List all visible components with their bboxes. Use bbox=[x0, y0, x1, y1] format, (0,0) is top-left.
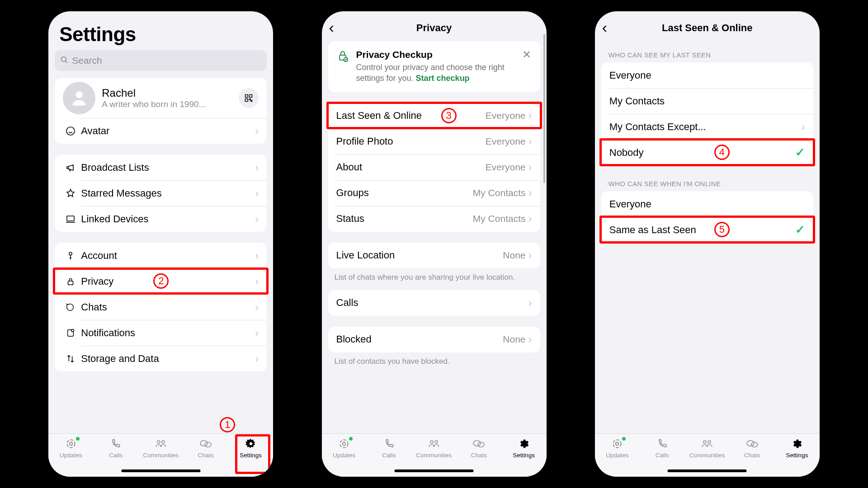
check-icon: ✓ bbox=[795, 223, 805, 237]
chevron-right-icon: › bbox=[255, 161, 259, 174]
lock-check-icon bbox=[337, 50, 348, 64]
profile-name: Rachel bbox=[102, 87, 239, 99]
avatar-label: Avatar bbox=[81, 125, 255, 137]
blocked-row[interactable]: Blocked None › bbox=[328, 327, 540, 352]
avatar-icon bbox=[63, 126, 78, 136]
search-placeholder: Search bbox=[72, 55, 102, 66]
chevron-right-icon: › bbox=[528, 135, 532, 148]
scrollbar[interactable] bbox=[543, 34, 545, 183]
svg-line-1 bbox=[66, 61, 67, 63]
svg-point-14 bbox=[67, 440, 75, 447]
svg-point-24 bbox=[430, 441, 433, 443]
option-my-contacts-except[interactable]: My Contacts Except... › bbox=[601, 114, 813, 140]
svg-point-2 bbox=[76, 91, 83, 98]
chevron-right-icon: › bbox=[255, 275, 259, 288]
status-row[interactable]: Status My Contacts › bbox=[328, 206, 540, 232]
svg-point-25 bbox=[435, 441, 438, 443]
profile-photo-row[interactable]: Profile Photo Everyone › bbox=[328, 129, 540, 155]
start-checkup-link[interactable]: Start checkup bbox=[416, 74, 470, 83]
tab-communities[interactable]: Communities bbox=[414, 437, 454, 459]
tab-updates[interactable]: Updates bbox=[324, 437, 364, 459]
groups-row[interactable]: Groups My Contacts › bbox=[328, 180, 540, 206]
chevron-right-icon: › bbox=[528, 187, 532, 199]
chevron-right-icon: › bbox=[528, 109, 532, 122]
tab-settings[interactable]: Settings bbox=[231, 437, 271, 459]
option-same-as-last-seen[interactable]: Same as Last Seen ✓ bbox=[601, 217, 813, 243]
tab-calls[interactable]: Calls bbox=[369, 437, 409, 459]
account-row[interactable]: Account › bbox=[55, 243, 267, 268]
option-online-everyone[interactable]: Everyone bbox=[601, 191, 813, 217]
privacy-checkup-card[interactable]: Privacy Checkup Control your privacy and… bbox=[328, 41, 540, 92]
svg-rect-7 bbox=[251, 100, 252, 102]
svg-rect-9 bbox=[67, 216, 74, 221]
option-everyone[interactable]: Everyone bbox=[601, 62, 813, 88]
tab-chats[interactable]: Chats bbox=[459, 437, 499, 459]
svg-point-30 bbox=[616, 442, 619, 446]
linked-devices-row[interactable]: Linked Devices › bbox=[55, 206, 267, 232]
qr-code-button[interactable] bbox=[239, 88, 259, 108]
avatar bbox=[63, 82, 95, 114]
laptop-icon bbox=[63, 214, 78, 225]
svg-point-22 bbox=[340, 440, 348, 447]
svg-point-17 bbox=[162, 441, 165, 443]
chevron-right-icon: › bbox=[528, 249, 532, 262]
phone-last-seen: ‹ Last Seen & Online WHO CAN SEE MY LAST… bbox=[595, 11, 820, 477]
svg-point-33 bbox=[747, 441, 754, 446]
annotation-5: 5 bbox=[714, 222, 730, 237]
storage-data-row[interactable]: Storage and Data › bbox=[55, 346, 267, 371]
transfer-icon bbox=[63, 354, 78, 364]
tab-settings[interactable]: Settings bbox=[777, 437, 817, 459]
option-my-contacts[interactable]: My Contacts bbox=[601, 88, 813, 114]
phone-settings: Settings Search Rachel A writer who born… bbox=[48, 11, 273, 477]
notifications-row[interactable]: Notifications › bbox=[55, 320, 267, 346]
chevron-right-icon: › bbox=[528, 161, 532, 174]
avatar-row[interactable]: Avatar › bbox=[55, 118, 267, 144]
search-input[interactable]: Search bbox=[55, 50, 267, 71]
svg-point-8 bbox=[66, 127, 75, 135]
last-seen-online-row[interactable]: Last Seen & Online Everyone › bbox=[328, 103, 540, 129]
tab-calls[interactable]: Calls bbox=[96, 437, 136, 459]
chevron-right-icon: › bbox=[255, 249, 259, 262]
svg-point-31 bbox=[703, 441, 706, 443]
tab-chats[interactable]: Chats bbox=[732, 437, 772, 459]
chevron-right-icon: › bbox=[802, 121, 805, 133]
tab-communities[interactable]: Communities bbox=[141, 437, 181, 459]
checkup-title: Privacy Checkup bbox=[356, 49, 514, 60]
section-header-online: WHO CAN SEE WHEN I'M ONLINE bbox=[595, 170, 820, 191]
back-button[interactable]: ‹ bbox=[602, 19, 607, 35]
notification-icon bbox=[63, 328, 78, 338]
calls-row[interactable]: Calls › bbox=[328, 290, 540, 316]
tab-chats[interactable]: Chats bbox=[186, 437, 226, 459]
chat-icon bbox=[63, 302, 78, 312]
live-location-row[interactable]: Live Location None › bbox=[328, 243, 540, 268]
tab-calls[interactable]: Calls bbox=[642, 437, 682, 459]
svg-point-34 bbox=[751, 442, 758, 447]
starred-messages-row[interactable]: Starred Messages › bbox=[55, 180, 267, 206]
profile-bio: A writer who born in 1990... bbox=[102, 99, 239, 109]
svg-point-19 bbox=[205, 442, 211, 447]
chevron-right-icon: › bbox=[255, 352, 259, 365]
chevron-right-icon: › bbox=[528, 333, 532, 346]
profile-row[interactable]: Rachel A writer who born in 1990... bbox=[55, 78, 267, 118]
tab-communities[interactable]: Communities bbox=[687, 437, 727, 459]
tab-settings[interactable]: Settings bbox=[504, 437, 544, 459]
svg-rect-6 bbox=[250, 99, 251, 100]
page-title: Last Seen & Online bbox=[662, 22, 753, 34]
home-indicator bbox=[121, 469, 200, 472]
svg-point-10 bbox=[69, 252, 72, 255]
chevron-right-icon: › bbox=[528, 212, 532, 225]
close-icon[interactable]: ✕ bbox=[522, 49, 531, 60]
back-button[interactable]: ‹ bbox=[329, 19, 334, 35]
chevron-right-icon: › bbox=[528, 296, 532, 309]
tab-updates[interactable]: Updates bbox=[51, 437, 91, 459]
chevron-right-icon: › bbox=[255, 301, 259, 314]
about-row[interactable]: About Everyone › bbox=[328, 155, 540, 180]
chats-row[interactable]: Chats › bbox=[55, 294, 267, 320]
option-nobody[interactable]: Nobody ✓ bbox=[601, 140, 813, 165]
svg-point-27 bbox=[478, 442, 484, 447]
svg-rect-4 bbox=[250, 95, 252, 98]
broadcast-lists-row[interactable]: Broadcast Lists › bbox=[55, 155, 267, 180]
tab-updates[interactable]: Updates bbox=[597, 437, 637, 459]
svg-rect-5 bbox=[245, 99, 248, 102]
svg-point-0 bbox=[61, 56, 66, 61]
